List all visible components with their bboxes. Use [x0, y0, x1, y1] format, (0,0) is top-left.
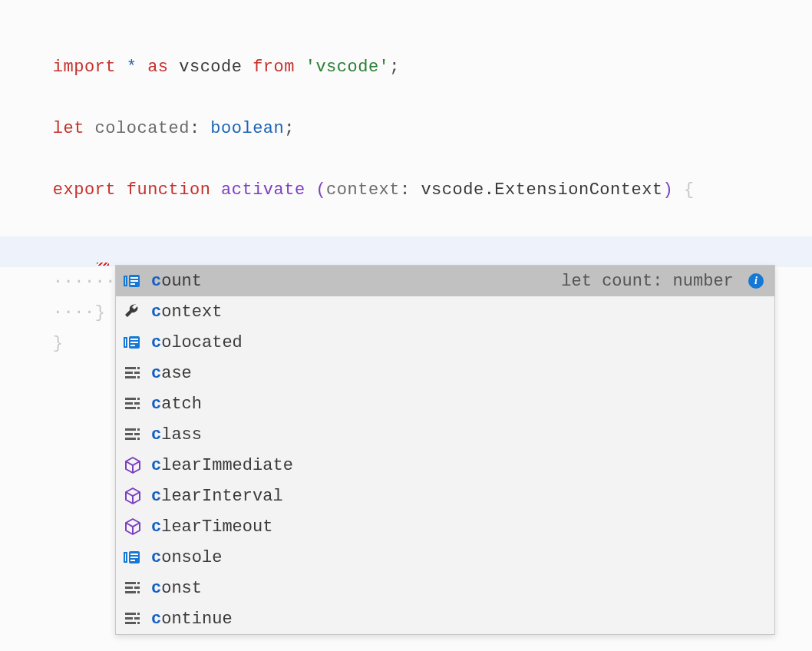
keyword-icon: [122, 393, 144, 415]
autocomplete-item[interactable]: catch: [116, 388, 774, 419]
autocomplete-item[interactable]: case: [116, 358, 774, 388]
autocomplete-label: class: [151, 425, 202, 444]
autocomplete-item[interactable]: clearInterval: [116, 481, 774, 511]
autocomplete-item[interactable]: colocated: [116, 327, 774, 358]
autocomplete-item[interactable]: clearImmediate: [116, 450, 774, 481]
autocomplete-label: catch: [151, 395, 202, 414]
brace-close: }: [53, 334, 64, 353]
autocomplete-item[interactable]: continue: [116, 603, 774, 634]
autocomplete-label: clearTimeout: [151, 517, 272, 537]
autocomplete-item[interactable]: console: [116, 542, 774, 573]
autocomplete-label: clearImmediate: [151, 456, 293, 475]
field-icon: [122, 332, 144, 353]
keyword-icon: [122, 362, 144, 384]
autocomplete-item[interactable]: class: [116, 419, 774, 450]
autocomplete-label: const: [151, 579, 202, 598]
code-line[interactable]: export function activate (context: vscod…: [0, 144, 812, 175]
autocomplete-label: clearInterval: [151, 487, 283, 506]
module-icon: [122, 516, 144, 537]
code-line-active[interactable]: ········cYou, a few seconds ago • Uncomm…: [0, 236, 812, 267]
keyword-icon: [122, 608, 144, 630]
autocomplete-item[interactable]: countlet count: number i: [116, 266, 774, 296]
code-line-blank[interactable]: [0, 175, 812, 206]
autocomplete-label: continue: [151, 610, 233, 629]
code-line-blank[interactable]: [0, 114, 812, 144]
error-squiggle: [97, 263, 109, 266]
autocomplete-label: console: [151, 548, 222, 567]
autocomplete-item[interactable]: context: [116, 296, 774, 327]
module-icon: [122, 485, 144, 507]
autocomplete-label: count: [151, 272, 202, 291]
wrench-icon: [122, 301, 144, 322]
keyword-icon: [122, 424, 144, 445]
field-icon: [122, 547, 144, 568]
code-line-blank[interactable]: [0, 52, 812, 83]
module-icon: [122, 454, 144, 476]
autocomplete-detail: let count: number i: [561, 272, 767, 291]
autocomplete-label: context: [151, 302, 222, 322]
info-icon[interactable]: i: [748, 273, 764, 289]
autocomplete-label: colocated: [151, 333, 243, 352]
code-line[interactable]: import * as vscode from 'vscode';: [0, 21, 812, 52]
autocomplete-popup[interactable]: countlet count: number icontextcolocated…: [115, 265, 775, 635]
autocomplete-label: case: [151, 364, 192, 383]
code-line[interactable]: let colocated: boolean;: [0, 83, 812, 114]
autocomplete-item[interactable]: clearTimeout: [116, 511, 774, 542]
field-icon: [122, 270, 144, 292]
code-line[interactable]: ····for (let count = 0; count < 1000; co…: [0, 206, 812, 236]
keyword-icon: [122, 577, 144, 599]
autocomplete-item[interactable]: const: [116, 573, 774, 603]
